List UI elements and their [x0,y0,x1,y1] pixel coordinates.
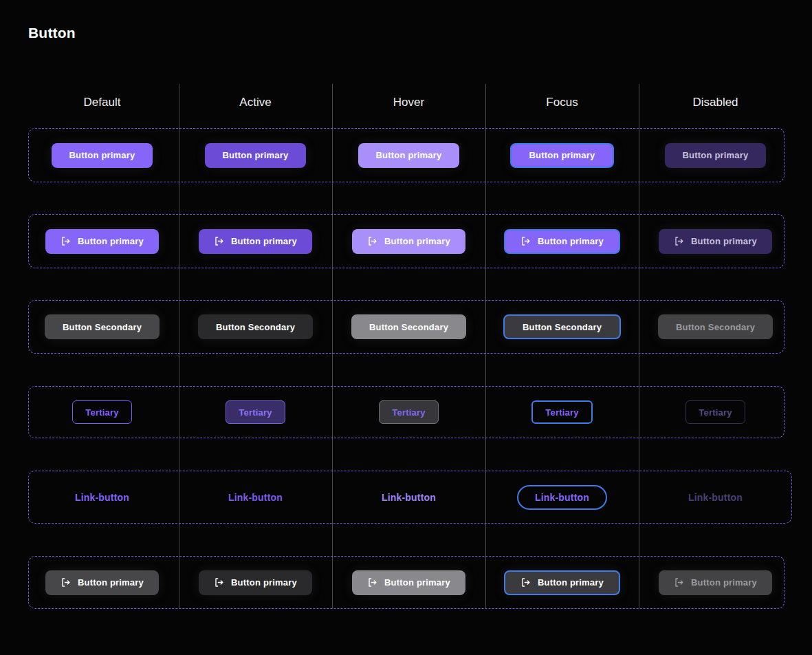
tertiary-button-focus[interactable]: Tertiary [531,400,592,424]
enter-arrow-icon [674,236,684,246]
secondary-icon-button-hover[interactable]: Button primary [352,570,465,595]
primary-icon-button-default[interactable]: Button primary [45,229,159,254]
enter-arrow-icon [674,577,684,588]
page-title: Button [28,25,76,41]
secondary-icon-button-disabled[interactable]: Button primary [659,570,772,595]
enter-arrow-icon [367,236,377,246]
secondary-button-active[interactable]: Button Secondary [198,314,313,339]
row-primary: Button primary Button primary Button pri… [25,128,792,182]
secondary-icon-button-default[interactable]: Button primary [45,570,159,595]
secondary-button-default[interactable]: Button Secondary [45,314,160,339]
primary-icon-button-active[interactable]: Button primary [199,229,312,254]
primary-button-focus[interactable]: Button primary [510,143,615,168]
primary-icon-button-hover[interactable]: Button primary [352,229,465,254]
row-primary-icon: Button primary Button primary Button pri… [25,214,792,268]
primary-icon-button-focus[interactable]: Button primary [504,229,620,254]
link-button-active[interactable]: Link-button [224,489,287,506]
link-button-focus[interactable]: Link-button [517,485,607,510]
enter-arrow-icon [214,236,224,246]
row-link: Link-button Link-button Link-button Link… [25,471,792,524]
primary-button-hover[interactable]: Button primary [358,143,460,168]
secondary-button-hover[interactable]: Button Secondary [351,314,466,339]
tertiary-button-hover[interactable]: Tertiary [379,400,438,424]
row-secondary: Button Secondary Button Secondary Button… [25,300,792,354]
column-header-active: Active [179,96,332,109]
primary-button-disabled[interactable]: Button primary [665,143,767,168]
design-canvas: Button Default Active Hover Focus Disabl… [0,0,812,655]
enter-arrow-icon [61,577,71,588]
column-header-hover: Hover [332,96,485,109]
enter-arrow-icon [367,577,377,588]
column-header-default: Default [25,96,179,109]
column-header-disabled: Disabled [639,96,792,109]
primary-button-active[interactable]: Button primary [205,143,307,168]
enter-arrow-icon [520,236,531,246]
tertiary-button-default[interactable]: Tertiary [72,400,131,424]
enter-arrow-icon [520,577,531,588]
secondary-button-focus[interactable]: Button Secondary [503,314,621,339]
state-column-headers: Default Active Hover Focus Disabled [25,96,792,109]
link-button-disabled[interactable]: Link-button [684,489,747,506]
link-button-hover[interactable]: Link-button [377,489,440,506]
column-header-focus: Focus [485,96,639,109]
secondary-button-disabled[interactable]: Button Secondary [658,314,773,339]
tertiary-button-disabled[interactable]: Tertiary [685,400,745,424]
link-button-default[interactable]: Link-button [71,489,133,506]
enter-arrow-icon [214,577,224,588]
secondary-icon-button-active[interactable]: Button primary [199,570,312,595]
row-secondary-icon: Button primary Button primary Button pri… [25,556,792,609]
secondary-icon-button-focus[interactable]: Button primary [504,570,620,595]
tertiary-button-active[interactable]: Tertiary [226,400,285,424]
primary-icon-button-disabled[interactable]: Button primary [659,229,772,254]
primary-button-default[interactable]: Button primary [52,143,153,168]
enter-arrow-icon [61,236,71,246]
row-tertiary: Tertiary Tertiary Tertiary Tertiary Tert… [25,386,792,438]
